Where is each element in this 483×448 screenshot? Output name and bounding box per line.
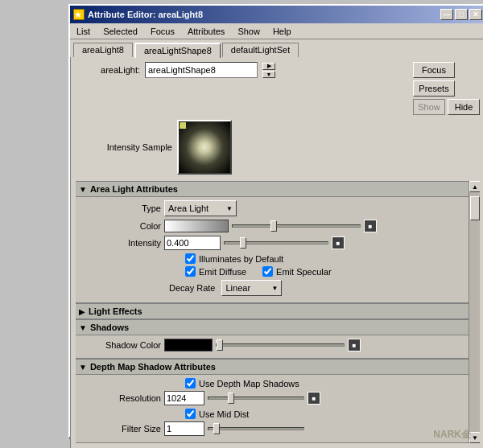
menu-help[interactable]: Help bbox=[270, 26, 295, 37]
menu-list[interactable]: List bbox=[73, 26, 93, 37]
arrow-up-btn[interactable]: ▶ bbox=[262, 63, 275, 70]
menu-focus[interactable]: Focus bbox=[147, 26, 178, 37]
resolution-row: Resolution ■ bbox=[80, 391, 475, 405]
resolution-label: Resolution bbox=[80, 393, 161, 403]
shadow-color-icon: ■ bbox=[353, 342, 357, 349]
menu-bar: List Selected Focus Attributes Show Help bbox=[70, 23, 483, 39]
resolution-input[interactable] bbox=[164, 391, 204, 405]
light-effects-arrow: ▶ bbox=[79, 307, 85, 316]
shadow-color-swatch[interactable] bbox=[164, 339, 213, 351]
shadows-header[interactable]: ▼ Shadows bbox=[76, 319, 480, 335]
type-dropdown-arrow: ▼ bbox=[226, 205, 233, 212]
section-collapse-arrow: ▼ bbox=[79, 185, 87, 194]
area-light-attributes-title: Area Light Attributes bbox=[90, 184, 178, 194]
resolution-slider[interactable] bbox=[208, 397, 304, 400]
depth-map-checkboxes: Use Depth Map Shadows bbox=[80, 378, 475, 388]
tab-content: areaLight: ▶ ▼ Focus Presets Show Hide bbox=[70, 57, 483, 448]
illuminates-default-checkbox[interactable] bbox=[185, 253, 196, 264]
emit-checkboxes-row: Emit Diffuse Emit Specular bbox=[80, 266, 475, 277]
main-window: ★ Attribute Editor: areaLight8 — □ ✕ Lis… bbox=[68, 4, 483, 438]
show-hide-row: Show Hide bbox=[413, 99, 480, 115]
intensity-icon-btn[interactable]: ■ bbox=[332, 236, 345, 249]
focus-button[interactable]: Focus bbox=[413, 62, 455, 78]
title-bar-left: ★ Attribute Editor: areaLight8 bbox=[73, 9, 203, 20]
scrollbar-track[interactable] bbox=[469, 192, 480, 432]
menu-attributes[interactable]: Attributes bbox=[184, 26, 228, 37]
shadows-title: Shadows bbox=[90, 323, 129, 332]
tab-defaultlightset[interactable]: defaultLightSet bbox=[222, 43, 299, 57]
depth-map-header[interactable]: ▼ Depth Map Shadow Attributes bbox=[76, 359, 480, 375]
color-swatch[interactable] bbox=[164, 220, 229, 232]
area-light-attributes-header[interactable]: ▼ Area Light Attributes bbox=[76, 181, 480, 197]
filter-size-input[interactable] bbox=[164, 421, 204, 436]
scrollbar[interactable]: ▲ ▼ bbox=[469, 181, 480, 443]
color-label: Color bbox=[80, 221, 161, 231]
arealight-label: areaLight: bbox=[76, 65, 140, 75]
arrow-buttons: ▶ ▼ bbox=[262, 63, 275, 78]
intensity-corner-highlight bbox=[180, 122, 186, 129]
type-dropdown[interactable]: Area Light ▼ bbox=[164, 200, 237, 216]
intensity-label: Intensity bbox=[80, 238, 161, 248]
illuminates-default-row: Illuminates by Default bbox=[185, 253, 475, 264]
shadow-color-slider[interactable] bbox=[216, 343, 345, 347]
arrow-down-btn[interactable]: ▼ bbox=[262, 71, 275, 78]
resolution-icon: ■ bbox=[312, 395, 316, 402]
emit-diffuse-checkbox[interactable] bbox=[185, 266, 196, 277]
close-button[interactable]: ✕ bbox=[469, 9, 482, 20]
intensity-slider-thumb[interactable] bbox=[240, 237, 246, 249]
intensity-input[interactable] bbox=[164, 236, 221, 250]
tab-arealight8[interactable]: areaLight8 bbox=[73, 43, 133, 57]
decay-rate-value: Linear bbox=[225, 283, 250, 293]
show-button[interactable]: Show bbox=[413, 99, 445, 115]
window-title: Attribute Editor: areaLight8 bbox=[88, 10, 203, 19]
resolution-slider-thumb[interactable] bbox=[228, 393, 234, 404]
scrollable-content: ▼ Area Light Attributes Type Area Light … bbox=[76, 181, 480, 443]
light-effects-header[interactable]: ▶ Light Effects bbox=[76, 303, 480, 319]
arealight-input[interactable] bbox=[145, 62, 258, 78]
depth-map-body: Use Depth Map Shadows Resolution ■ bbox=[76, 375, 480, 443]
shadow-slider-thumb[interactable] bbox=[217, 339, 223, 351]
depth-map-title: Depth Map Shadow Attributes bbox=[90, 362, 216, 372]
emit-diffuse-label: Emit Diffuse bbox=[199, 267, 246, 277]
type-row: Type Area Light ▼ bbox=[80, 200, 475, 216]
scrollbar-up-btn[interactable]: ▲ bbox=[469, 181, 480, 192]
emit-specular-checkbox[interactable] bbox=[262, 266, 273, 277]
color-slider-thumb[interactable] bbox=[270, 220, 277, 232]
illuminates-default-label: Illuminates by Default bbox=[199, 254, 283, 264]
intensity-sample-canvas bbox=[177, 120, 232, 175]
scrollbar-thumb[interactable] bbox=[470, 196, 480, 220]
intensity-sample-row: Intensity Sample bbox=[76, 120, 480, 175]
header-left: areaLight: ▶ ▼ bbox=[76, 62, 408, 83]
minimize-button[interactable]: — bbox=[440, 9, 453, 20]
hide-button[interactable]: Hide bbox=[448, 99, 480, 115]
light-effects-title: Light Effects bbox=[89, 306, 142, 316]
presets-button[interactable]: Presets bbox=[413, 80, 455, 97]
use-depth-map-checkbox[interactable] bbox=[185, 378, 196, 388]
use-mid-dist-checkbox[interactable] bbox=[185, 409, 196, 419]
intensity-slider[interactable] bbox=[224, 241, 328, 245]
tabs-row: areaLight8 areaLightShape8 defaultLightS… bbox=[70, 39, 483, 57]
title-buttons: — □ ✕ bbox=[440, 9, 482, 20]
menu-selected[interactable]: Selected bbox=[100, 26, 141, 37]
decay-rate-dropdown[interactable]: Linear ▼ bbox=[221, 280, 282, 296]
shadow-color-icon-btn[interactable]: ■ bbox=[348, 339, 361, 351]
tab-arealightshape8[interactable]: areaLightShape8 bbox=[134, 43, 221, 58]
filter-size-label: Filter Size bbox=[80, 424, 161, 434]
type-label: Type bbox=[80, 203, 161, 213]
maximize-button[interactable]: □ bbox=[455, 9, 468, 20]
use-depth-map-row: Use Depth Map Shadows bbox=[185, 378, 475, 388]
filter-size-slider[interactable] bbox=[208, 427, 304, 430]
color-icon-btn[interactable]: ■ bbox=[364, 220, 377, 232]
color-slider[interactable] bbox=[232, 224, 361, 228]
intensity-row: Intensity ■ bbox=[80, 236, 475, 250]
side-buttons-area: Focus Presets Show Hide bbox=[413, 62, 480, 115]
decay-rate-row: Decay Rate Linear ▼ bbox=[80, 280, 475, 296]
resolution-icon-btn[interactable]: ■ bbox=[308, 392, 320, 405]
decay-dropdown-arrow: ▼ bbox=[272, 285, 279, 292]
emit-specular-group: Emit Specular bbox=[262, 266, 331, 277]
filter-size-slider-thumb[interactable] bbox=[213, 423, 220, 434]
color-icon: ■ bbox=[369, 223, 373, 230]
type-value: Area Light bbox=[168, 203, 208, 213]
menu-show[interactable]: Show bbox=[234, 26, 263, 37]
shadow-color-label: Shadow Color bbox=[80, 340, 161, 350]
